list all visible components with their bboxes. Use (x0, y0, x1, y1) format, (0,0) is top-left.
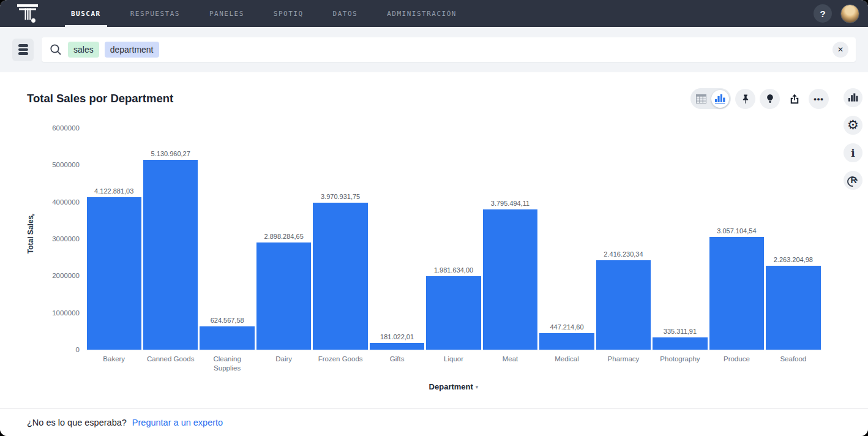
bar-produce[interactable] (709, 237, 764, 350)
search-row: salesdepartment ✕ (0, 27, 868, 72)
data-source-button[interactable] (12, 39, 34, 61)
bar-slot: 3.795.494,11 (482, 128, 538, 350)
info-button[interactable]: i (844, 143, 862, 162)
y-tick-label: 6000000 (52, 124, 80, 132)
bar-slot: 2.263.204,98 (765, 128, 821, 350)
bar-seafood[interactable] (766, 266, 820, 350)
bar-canned-goods[interactable] (143, 160, 198, 350)
bar-slot: 335.311,91 (652, 128, 708, 350)
bar-pharmacy[interactable] (596, 260, 651, 350)
info-icon: i (851, 147, 855, 159)
y-axis-label[interactable]: Total Sales (24, 164, 37, 305)
y-tick-label: 0 (76, 346, 80, 353)
x-tick-label: Canned Goods (142, 355, 198, 373)
database-icon (18, 44, 28, 47)
bar-value-label: 1.981.634,00 (434, 266, 473, 274)
settings-gear-icon: ⚙ (847, 119, 859, 132)
top-nav: BUSCARRESPUESTASPANELESSPOTIQDATOSADMINI… (0, 0, 868, 27)
settings-button[interactable]: ⚙ (844, 116, 862, 135)
bar-value-label: 181.022,01 (380, 333, 414, 340)
x-tick-label: Dairy (255, 355, 312, 373)
x-tick-label: Cleaning Supplies (199, 355, 255, 373)
bar-cleaning-supplies[interactable] (200, 326, 254, 350)
y-axis-caret-icon: ▸ (32, 212, 35, 217)
bar-value-label: 447.214,60 (550, 323, 583, 331)
bar-chart-icon (715, 94, 725, 103)
spotiq-analyze-button[interactable] (760, 89, 780, 109)
bar-frozen-goods[interactable] (313, 203, 367, 350)
bar-value-label: 624.567,58 (211, 317, 244, 324)
x-tick-label: Meat (482, 355, 538, 373)
bars-container: 4.122.881,035.130.960,27624.567,582.898.… (86, 128, 821, 350)
bar-slot: 3.057.104,54 (708, 128, 765, 350)
bar-slot: 1.981.634,00 (425, 128, 482, 350)
clear-search-button[interactable]: ✕ (832, 42, 848, 58)
search-token-department[interactable]: department (105, 42, 159, 58)
nav-item-datos[interactable]: DATOS (318, 0, 373, 27)
nav-item-spotiq[interactable]: SPOTIQ (259, 0, 318, 27)
ask-expert-link[interactable]: Preguntar a un experto (132, 418, 223, 427)
app-window: BUSCARRESPUESTASPANELESSPOTIQDATOSADMINI… (0, 0, 868, 436)
bar-slot: 447.214,60 (539, 128, 595, 350)
chart-config-icon (848, 93, 858, 102)
help-button[interactable]: ? (814, 4, 832, 23)
chart-toolbar: ••• (690, 88, 829, 109)
chart-title: Total Sales por Department (27, 92, 173, 105)
nav-item-buscar[interactable]: BUSCAR (56, 0, 116, 27)
y-tick-label: 4000000 (52, 198, 80, 206)
more-options-button[interactable]: ••• (809, 89, 829, 109)
x-tick-label: Bakery (86, 355, 142, 373)
bar-meat[interactable] (483, 209, 537, 350)
bar-liquor[interactable] (426, 276, 481, 350)
bar-slot: 2.898.284,65 (255, 128, 312, 350)
x-tick-label: Liquor (425, 355, 482, 373)
right-rail: ⚙ i R (844, 88, 862, 190)
bar-value-label: 3.057.104,54 (717, 227, 756, 235)
bar-photography[interactable] (653, 337, 707, 350)
nav-item-paneles[interactable]: PANELES (195, 0, 259, 27)
bar-slot: 3.970.931,75 (312, 128, 369, 350)
thoughtspot-logo-icon[interactable] (16, 1, 39, 26)
x-tick-label: Medical (539, 355, 595, 373)
share-button[interactable] (784, 89, 804, 109)
bar-slot: 4.122.881,03 (86, 128, 142, 350)
card-footer: ¿No es lo que esperaba? Preguntar a un e… (0, 408, 868, 436)
bar-medical[interactable] (539, 333, 594, 350)
bar-value-label: 5.130.960,27 (151, 150, 190, 157)
bar-dairy[interactable] (256, 242, 311, 350)
bar-slot: 624.567,58 (199, 128, 255, 350)
more-icon: ••• (814, 94, 824, 103)
x-tick-label: Gifts (369, 355, 425, 373)
y-tick-label: 1000000 (52, 309, 80, 317)
y-tick-label: 2000000 (52, 272, 80, 279)
x-axis-title[interactable]: Department▾ (86, 382, 821, 391)
avatar[interactable] (840, 4, 859, 23)
bar-gifts[interactable] (370, 343, 424, 350)
y-tick-label: 5000000 (52, 161, 80, 168)
footer-question: ¿No es lo que esperaba? (27, 418, 127, 427)
table-icon (696, 94, 706, 103)
bar-bakery[interactable] (87, 197, 141, 350)
pin-button[interactable] (735, 89, 755, 109)
x-tick-label: Seafood (765, 355, 821, 373)
x-tick-label: Pharmacy (595, 355, 651, 373)
chart-config-button[interactable] (844, 88, 862, 107)
plot-area: 6000000500000040000003000000200000010000… (86, 128, 821, 350)
bar-slot: 2.416.230,34 (595, 128, 651, 350)
search-input[interactable]: salesdepartment ✕ (42, 37, 856, 62)
r-analysis-button[interactable]: R (844, 171, 862, 190)
view-toggle (690, 88, 731, 109)
nav-menu: BUSCARRESPUESTASPANELESSPOTIQDATOSADMINI… (56, 0, 471, 27)
nav-item-respuestas[interactable]: RESPUESTAS (116, 0, 195, 27)
nav-right: ? (814, 4, 868, 23)
search-token-sales[interactable]: sales (68, 42, 99, 58)
nav-item-administraci-n[interactable]: ADMINISTRACIÓN (372, 0, 471, 27)
r-script-icon: R (847, 176, 859, 186)
chevron-down-icon: ▾ (476, 384, 479, 390)
x-tick-label: Photography (652, 355, 708, 373)
chart-view-button[interactable] (711, 90, 729, 108)
bar-value-label: 2.898.284,65 (264, 233, 304, 240)
bar-value-label: 3.970.931,75 (321, 193, 360, 200)
bar-value-label: 2.416.230,34 (604, 250, 643, 258)
table-view-button[interactable] (692, 90, 710, 108)
